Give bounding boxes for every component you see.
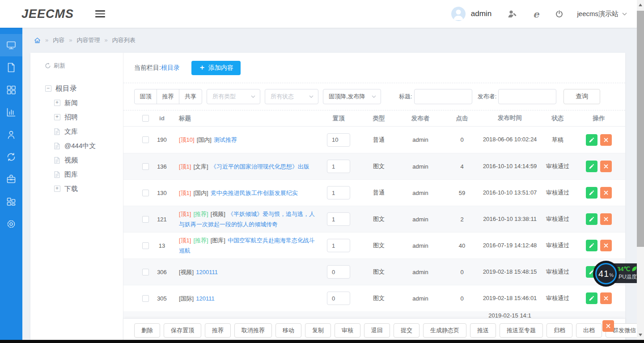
- current-category-value[interactable]: 根目录: [161, 64, 180, 72]
- footer-action-button[interactable]: 取消推荐: [234, 323, 272, 338]
- sidebar-item-settings-icon[interactable]: [0, 213, 22, 235]
- footer-action-button[interactable]: 出档: [576, 323, 602, 338]
- refresh-button[interactable]: 刷新: [45, 62, 123, 70]
- flag-filter-button[interactable]: 推荐: [157, 89, 179, 104]
- sidebar-item-user-icon[interactable]: [0, 123, 22, 146]
- search-button[interactable]: 查询: [564, 89, 600, 104]
- footer-action-button[interactable]: 推送: [470, 323, 496, 338]
- delete-button[interactable]: [600, 240, 612, 251]
- sidebar-item-modules-icon[interactable]: [0, 191, 22, 213]
- row-checkbox[interactable]: [142, 136, 149, 143]
- edit-button[interactable]: [586, 240, 597, 251]
- select-all-checkbox[interactable]: [142, 115, 149, 122]
- row-type: 图文: [359, 268, 399, 276]
- home-icon[interactable]: [34, 37, 41, 44]
- site-selector[interactable]: jeecms演示站: [577, 10, 627, 18]
- row-title-link[interactable]: 党中央推进民族工作创新发展纪实: [211, 190, 298, 196]
- username[interactable]: admin: [471, 9, 491, 18]
- delete-button[interactable]: [600, 134, 612, 146]
- scroll-up-arrow[interactable]: [639, 4, 642, 6]
- user-edit-icon[interactable]: [508, 10, 517, 18]
- row-checkbox[interactable]: [142, 163, 149, 170]
- sidebar-item-sync-icon[interactable]: [0, 146, 22, 168]
- browser-icon[interactable]: e: [533, 8, 539, 20]
- row-checkbox[interactable]: [142, 190, 149, 196]
- row-checkbox[interactable]: [142, 295, 149, 302]
- row-title-link[interactable]: 1200111: [196, 269, 218, 275]
- delete-button[interactable]: [600, 187, 612, 199]
- tree-item-child[interactable]: 视频: [45, 153, 123, 167]
- scroll-down-arrow[interactable]: [639, 334, 642, 336]
- edit-button[interactable]: [586, 134, 597, 146]
- row-checkbox[interactable]: [142, 269, 149, 275]
- top-order-input[interactable]: [327, 265, 350, 279]
- tree-item-child[interactable]: +下载: [45, 182, 123, 196]
- breadcrumb-item[interactable]: 内容列表: [112, 37, 136, 43]
- tree-item-child[interactable]: +新闻: [45, 96, 123, 110]
- footer-action-button[interactable]: 复制: [305, 323, 331, 338]
- tree-item-child[interactable]: 图库: [45, 167, 123, 182]
- expand-icon[interactable]: +: [54, 186, 60, 192]
- expand-icon[interactable]: +: [54, 100, 60, 106]
- sidebar-item-toolbox-icon[interactable]: [0, 168, 22, 191]
- title-tag: [顶1]: [179, 163, 191, 170]
- app-logo[interactable]: JEECMS: [21, 7, 74, 21]
- tree-item-child[interactable]: 文库: [45, 124, 123, 139]
- footer-action-button[interactable]: 生成静态页: [423, 323, 466, 338]
- row-checkbox[interactable]: [142, 216, 149, 223]
- row-publisher: admin: [399, 190, 442, 196]
- top-order-input[interactable]: [327, 186, 350, 199]
- footer-action-button[interactable]: 推送至专题: [500, 323, 543, 338]
- footer-action-button[interactable]: 保存置顶: [164, 323, 201, 338]
- page-scrollbar[interactable]: [637, 0, 644, 340]
- footer-action-button[interactable]: 提交: [394, 323, 419, 338]
- status-select[interactable]: 所有状态: [265, 89, 318, 104]
- tree-item-child[interactable]: @444中文: [45, 139, 123, 153]
- sidebar-item-grid-icon[interactable]: [0, 79, 22, 101]
- row-checkbox[interactable]: [142, 242, 149, 249]
- edit-button[interactable]: [586, 292, 597, 304]
- collapse-icon[interactable]: −: [45, 85, 51, 92]
- tree-item-root[interactable]: −根目录: [45, 81, 123, 96]
- row-title-link[interactable]: 《习近平的国家治理现代化思想》出版: [211, 163, 309, 170]
- breadcrumb-item[interactable]: 内容管理: [76, 37, 100, 43]
- top-order-input[interactable]: [327, 292, 350, 305]
- footer-action-button[interactable]: 移动: [275, 323, 301, 338]
- sidebar-item-monitor-icon[interactable]: [0, 34, 22, 56]
- type-select[interactable]: 所有类型: [207, 89, 260, 104]
- cpu-monitor-widget[interactable]: 34℃ CPU温度 41 %: [593, 261, 619, 287]
- delete-button[interactable]: [600, 161, 612, 172]
- scrollbar-thumb[interactable]: [637, 11, 644, 247]
- menu-toggle-icon[interactable]: [95, 8, 105, 19]
- publisher-filter-input[interactable]: [498, 89, 556, 104]
- footer-action-button[interactable]: 删除: [134, 323, 160, 338]
- order-select[interactable]: 固顶降,发布降: [323, 89, 381, 104]
- edit-button[interactable]: [586, 161, 597, 172]
- delete-button[interactable]: [600, 213, 612, 225]
- edit-button[interactable]: [586, 213, 597, 225]
- sidebar-item-document-icon[interactable]: [0, 56, 22, 79]
- top-order-input[interactable]: [327, 239, 350, 252]
- title-filter-input[interactable]: [414, 89, 472, 104]
- top-order-input[interactable]: [327, 212, 350, 226]
- delete-button[interactable]: [600, 292, 612, 304]
- footer-action-button[interactable]: 审核: [335, 323, 360, 338]
- add-content-button[interactable]: ＋添加内容: [191, 61, 241, 75]
- logout-power-icon[interactable]: [555, 10, 564, 18]
- delete-button[interactable]: [602, 320, 614, 332]
- breadcrumb-item[interactable]: 内容: [53, 37, 64, 43]
- top-order-input[interactable]: [327, 133, 350, 147]
- expand-icon[interactable]: +: [54, 114, 60, 120]
- row-title-link[interactable]: 测试推荐: [214, 136, 237, 143]
- flag-filter-button[interactable]: 固顶: [135, 89, 157, 104]
- edit-button[interactable]: [586, 187, 597, 199]
- row-title-link[interactable]: 120111: [196, 295, 214, 302]
- flag-filter-button[interactable]: 共享: [179, 89, 202, 104]
- sidebar-item-chart-icon[interactable]: [0, 101, 22, 123]
- top-order-input[interactable]: [327, 160, 350, 173]
- footer-action-button[interactable]: 退回: [364, 323, 390, 338]
- footer-action-button[interactable]: 推荐: [205, 323, 231, 338]
- row-title: [顶1][国内]党中央推进民族工作创新发展纪实: [174, 188, 318, 198]
- tree-item-child[interactable]: +招聘: [45, 110, 123, 124]
- footer-action-button[interactable]: 归档: [547, 323, 572, 338]
